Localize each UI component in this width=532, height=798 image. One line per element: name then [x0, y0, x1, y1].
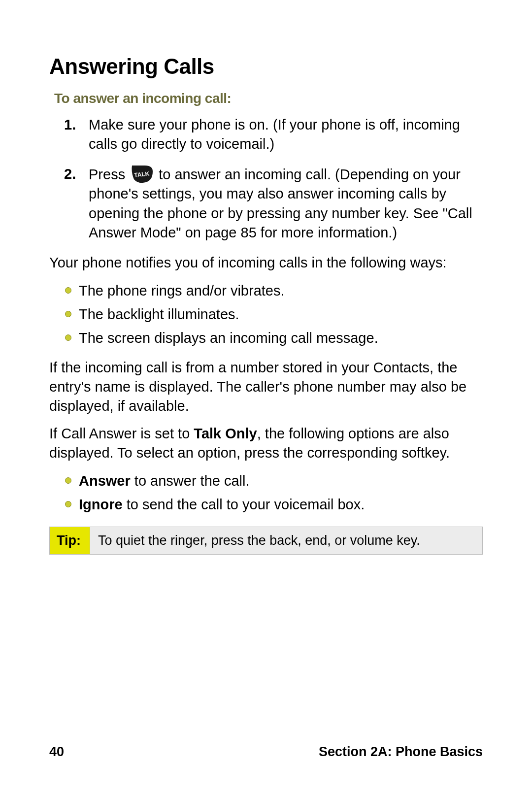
text-fragment: to send the call to your voicemail box. — [123, 497, 365, 512]
notify-bullets: The phone rings and/or vibrates. The bac… — [49, 280, 483, 348]
page-footer: 40 Section 2A: Phone Basics — [49, 744, 483, 760]
tip-box: Tip: To quiet the ringer, press the back… — [49, 527, 483, 555]
tip-text: To quiet the ringer, press the back, end… — [90, 527, 482, 554]
bold-talk-only: Talk Only — [194, 426, 257, 441]
step-text-before: Press — [89, 166, 129, 182]
page-title: Answering Calls — [49, 54, 483, 79]
text-fragment: to answer the call. — [131, 473, 250, 489]
bold-answer: Answer — [79, 473, 131, 489]
options-bullets: Answer to answer the call. Ignore to sen… — [49, 470, 483, 515]
list-item: The backlight illuminates. — [79, 304, 483, 325]
list-item: Ignore to send the call to your voicemai… — [79, 494, 483, 515]
tip-label: Tip: — [50, 527, 90, 554]
talkonly-paragraph: If Call Answer is set to Talk Only, the … — [49, 424, 483, 463]
notify-intro: Your phone notifies you of incoming call… — [49, 253, 483, 272]
list-item: Answer to answer the call. — [79, 470, 483, 491]
list-item: The phone rings and/or vibrates. — [79, 280, 483, 301]
subheading: To answer an incoming call: — [54, 91, 483, 106]
talk-key-icon: TALK — [131, 165, 153, 183]
contacts-paragraph: If the incoming call is from a number st… — [49, 358, 483, 416]
step-text: Make sure your phone is on. (If your pho… — [89, 117, 460, 152]
text-fragment: If Call Answer is set to — [49, 426, 194, 441]
bold-ignore: Ignore — [79, 497, 123, 512]
step-number: 2. — [64, 165, 76, 184]
list-item: The screen displays an incoming call mes… — [79, 328, 483, 348]
step-1: 1. Make sure your phone is on. (If your … — [89, 115, 483, 154]
section-label: Section 2A: Phone Basics — [319, 744, 483, 760]
page-number: 40 — [49, 744, 64, 760]
manual-page: Answering Calls To answer an incoming ca… — [0, 0, 532, 798]
step-2: 2. Press TALK to answer an incoming call… — [89, 165, 483, 242]
steps-list: 1. Make sure your phone is on. (If your … — [49, 115, 483, 242]
step-number: 1. — [64, 115, 76, 134]
